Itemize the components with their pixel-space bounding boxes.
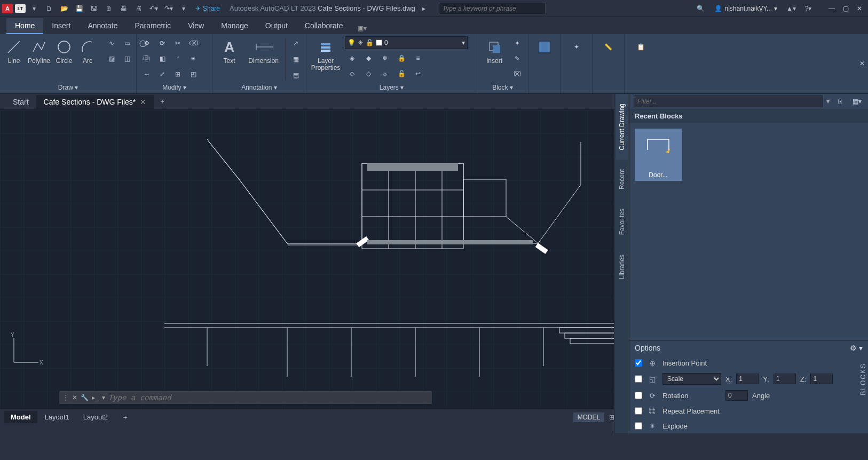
tool-layer-unlock[interactable]: 🔓 bbox=[394, 67, 408, 81]
tool-layer-uniso[interactable]: ◇ bbox=[361, 67, 375, 81]
tool-scale[interactable]: ⤢ bbox=[155, 67, 169, 81]
tool-layer-iso[interactable]: ◆ bbox=[361, 51, 375, 65]
tool-mtext[interactable]: ▤ bbox=[289, 68, 303, 82]
close-button[interactable]: ✕ bbox=[853, 4, 866, 13]
saveas-icon[interactable]: 🖫 bbox=[88, 2, 100, 15]
scale-dropdown[interactable]: Scale bbox=[662, 373, 721, 385]
panel-annotation-title[interactable]: Annotation ▾ bbox=[216, 83, 303, 93]
tab-insert[interactable]: Insert bbox=[43, 18, 79, 34]
status-tab-add[interactable]: ＋ bbox=[115, 410, 135, 424]
filter-input[interactable] bbox=[634, 96, 823, 107]
cmd-dropdown-icon[interactable]: ▾ bbox=[102, 394, 105, 401]
search-input[interactable] bbox=[439, 3, 546, 14]
tool-properties[interactable] bbox=[532, 36, 557, 58]
tool-layer-match[interactable]: ≡ bbox=[411, 51, 425, 65]
tab-collaborate[interactable]: Collaborate bbox=[296, 18, 352, 34]
minimize-button[interactable]: — bbox=[825, 4, 838, 13]
blocks-side-label[interactable]: BLOCKS bbox=[859, 363, 867, 395]
cmd-customize-icon[interactable]: 🔧 bbox=[81, 394, 89, 401]
status-tab-layout1[interactable]: Layout1 bbox=[38, 411, 76, 423]
panel-tab-recent[interactable]: Recent bbox=[616, 160, 628, 199]
panel-tab-favorites[interactable]: Favorites bbox=[616, 199, 628, 244]
undo-icon[interactable]: ↶▾ bbox=[147, 2, 160, 15]
tool-layer-on[interactable]: ◇ bbox=[345, 67, 359, 81]
tab-manage[interactable]: Manage bbox=[212, 18, 257, 34]
tool-line[interactable]: Line bbox=[3, 36, 25, 66]
view-mode-icon[interactable]: ▦▾ bbox=[850, 94, 864, 108]
share-button[interactable]: ✈ Share bbox=[192, 4, 223, 13]
search-box[interactable] bbox=[439, 3, 546, 14]
panel-tab-current[interactable]: Current Drawing bbox=[616, 94, 628, 160]
tool-layer-lock[interactable]: 🔒 bbox=[394, 51, 408, 65]
command-bar[interactable]: ⋮ ✕ 🔧 ▸_ ▾ bbox=[59, 391, 432, 405]
tool-layer-properties[interactable]: Layer Properties bbox=[310, 36, 342, 73]
tool-spline[interactable]: ∿ bbox=[105, 36, 119, 50]
tool-edit-block[interactable]: ✎ bbox=[510, 52, 524, 66]
save-icon[interactable]: 💾 bbox=[73, 2, 85, 15]
options-gear-icon[interactable]: ⚙ ▾ bbox=[850, 344, 863, 352]
tool-table[interactable]: ▦ bbox=[289, 52, 303, 66]
x-input[interactable] bbox=[736, 374, 759, 384]
tool-polyline[interactable]: Polyline bbox=[27, 36, 51, 66]
tool-rotate[interactable]: ⟳ bbox=[155, 36, 169, 50]
insertion-point-checkbox[interactable] bbox=[635, 359, 642, 367]
plot-icon[interactable]: 🖶 bbox=[117, 2, 130, 15]
cmd-handle-icon[interactable]: ⋮ bbox=[62, 394, 69, 401]
web-mobile-icon[interactable]: 🗎 bbox=[102, 2, 115, 15]
tool-layer-prev[interactable]: ↩ bbox=[411, 67, 425, 81]
tool-explode[interactable]: ✴ bbox=[186, 52, 200, 66]
tool-region[interactable]: ◫ bbox=[120, 52, 134, 66]
maximize-button[interactable]: ▢ bbox=[839, 4, 852, 13]
tool-fillet[interactable]: ◜ bbox=[171, 52, 185, 66]
scale-checkbox[interactable] bbox=[635, 375, 642, 383]
tab-view[interactable]: View bbox=[179, 18, 212, 34]
tool-mirror[interactable]: ◧ bbox=[155, 52, 169, 66]
tool-array[interactable]: ⊞ bbox=[171, 67, 185, 81]
tool-edit-attr[interactable]: ⌧ bbox=[510, 67, 524, 81]
tool-group[interactable]: ✦ bbox=[564, 36, 589, 58]
cmd-close-icon[interactable]: ✕ bbox=[72, 394, 77, 401]
doc-tab-active[interactable]: Cafe Sections - DWG Files* ✕ bbox=[36, 95, 154, 109]
tab-annotate[interactable]: Annotate bbox=[79, 18, 126, 34]
tool-measure[interactable]: 📏 bbox=[596, 36, 621, 58]
close-tab-icon[interactable]: ✕ bbox=[140, 98, 146, 106]
tool-insert-block[interactable]: Insert bbox=[480, 36, 508, 66]
doc-tab-start[interactable]: Start bbox=[5, 95, 36, 109]
panel-layers-title[interactable]: Layers ▾ bbox=[310, 83, 474, 93]
block-thumb-door[interactable]: Door... bbox=[635, 129, 682, 181]
help-icon[interactable]: ?▾ bbox=[802, 2, 815, 15]
status-tab-model[interactable]: Model bbox=[4, 411, 37, 423]
tab-output[interactable]: Output bbox=[257, 18, 296, 34]
tool-offset[interactable]: ◰ bbox=[186, 67, 200, 81]
tool-dimension[interactable]: Dimension bbox=[245, 36, 282, 66]
tool-circle[interactable]: Circle bbox=[53, 36, 75, 66]
open-icon[interactable]: 📂 bbox=[58, 2, 70, 15]
rotation-input[interactable] bbox=[725, 390, 748, 401]
layer-dropdown[interactable]: 💡 ☀ 🔓 0 ▾ bbox=[345, 36, 468, 49]
new-doc-tab[interactable]: ＋ bbox=[154, 95, 171, 108]
tool-move[interactable]: ✥ bbox=[140, 36, 154, 50]
filter-dropdown-icon[interactable]: ▾ bbox=[826, 98, 830, 105]
status-tab-layout2[interactable]: Layout2 bbox=[77, 411, 114, 423]
redo-icon[interactable]: ↷▾ bbox=[162, 2, 175, 15]
tool-text[interactable]: AText bbox=[216, 36, 243, 66]
tool-hatch[interactable]: ▨ bbox=[105, 52, 119, 66]
qat-dropdown-icon[interactable]: ▾ bbox=[177, 2, 190, 15]
dropdown-icon[interactable]: ▾ bbox=[28, 2, 41, 15]
panel-modify-title[interactable]: Modify ▾ bbox=[140, 83, 209, 93]
insert-options-icon[interactable]: ⎘ bbox=[833, 94, 847, 108]
tool-paste[interactable]: 📋 bbox=[628, 36, 653, 58]
new-icon[interactable]: 🗋 bbox=[43, 2, 56, 15]
tool-stretch[interactable]: ↔ bbox=[140, 67, 154, 81]
repeat-checkbox[interactable] bbox=[635, 407, 642, 415]
menu-overflow-icon[interactable]: ▣▾ bbox=[353, 22, 371, 34]
explode-checkbox[interactable] bbox=[635, 422, 642, 430]
tab-home[interactable]: Home bbox=[6, 18, 43, 34]
panel-close-icon[interactable]: ✕ bbox=[859, 60, 865, 67]
title-expand-icon[interactable]: ▸ bbox=[417, 2, 430, 15]
panel-tab-libraries[interactable]: Libraries bbox=[616, 245, 628, 289]
user-chip[interactable]: 👤 nishant.naikVY... ▾ bbox=[711, 4, 780, 13]
print-icon[interactable]: 🖨 bbox=[132, 2, 145, 15]
panel-block-title[interactable]: Block ▾ bbox=[480, 83, 525, 93]
tool-copy[interactable]: ⿻ bbox=[140, 52, 154, 66]
